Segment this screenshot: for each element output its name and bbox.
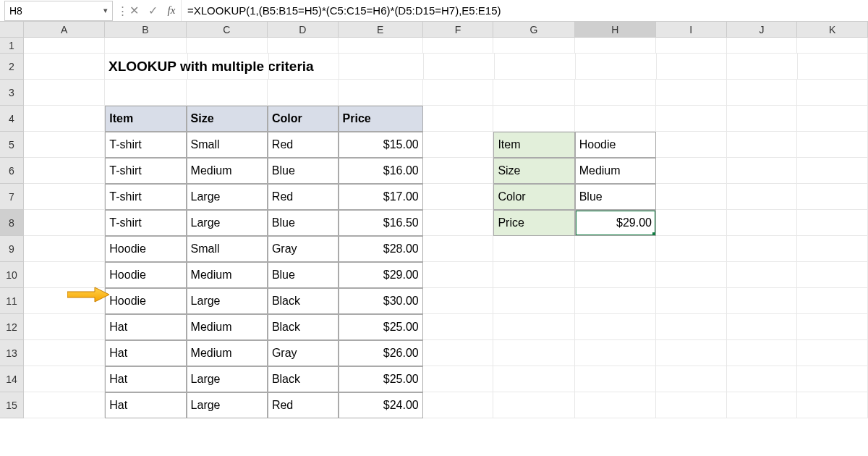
cell-H10[interactable]: [575, 262, 656, 288]
cell-A12[interactable]: [24, 314, 105, 340]
cell-A9[interactable]: [24, 236, 105, 262]
cell-grid[interactable]: XLOOKUP with multiple criteria: [24, 38, 868, 418]
cell-C2[interactable]: [188, 54, 269, 80]
cell-K4[interactable]: [797, 106, 868, 132]
select-all-corner[interactable]: [0, 22, 24, 38]
fill-handle[interactable]: [652, 232, 656, 236]
cell-B5[interactable]: T-shirt: [105, 132, 186, 158]
row-header-15[interactable]: 15: [0, 392, 24, 418]
cell-K10[interactable]: [797, 262, 868, 288]
row-header-10[interactable]: 10: [0, 262, 24, 288]
cell-D7[interactable]: Red: [268, 184, 339, 210]
row-header-3[interactable]: 3: [0, 80, 24, 106]
cell-H12[interactable]: [575, 314, 656, 340]
cell-F8[interactable]: [423, 210, 494, 236]
cell-J14[interactable]: [727, 366, 798, 392]
cell-I1[interactable]: [656, 38, 727, 54]
cell-K15[interactable]: [797, 392, 868, 418]
cell-I11[interactable]: [656, 288, 727, 314]
cell-K12[interactable]: [797, 314, 868, 340]
cell-D9[interactable]: Gray: [268, 236, 339, 262]
cell-A5[interactable]: [24, 132, 105, 158]
cell-D2[interactable]: [269, 54, 339, 80]
cell-G1[interactable]: [493, 38, 574, 54]
cell-J1[interactable]: [727, 38, 798, 54]
cell-C11[interactable]: Large: [187, 288, 268, 314]
cell-C8[interactable]: Large: [187, 210, 268, 236]
cell-C5[interactable]: Small: [187, 132, 268, 158]
cell-H5[interactable]: Hoodie: [575, 132, 656, 158]
cell-E13[interactable]: $26.00: [339, 340, 423, 366]
cell-E7[interactable]: $17.00: [339, 184, 423, 210]
cancel-icon[interactable]: ✕: [124, 4, 143, 17]
col-header-K[interactable]: K: [797, 22, 868, 38]
cell-K6[interactable]: [797, 158, 868, 184]
cell-A13[interactable]: [24, 340, 105, 366]
cell-B14[interactable]: Hat: [105, 366, 186, 392]
cell-F9[interactable]: [423, 236, 494, 262]
cell-G14[interactable]: [493, 366, 574, 392]
row-header-2[interactable]: 2: [0, 54, 24, 80]
cell-G2[interactable]: [495, 54, 576, 80]
cell-D6[interactable]: Blue: [268, 158, 339, 184]
cell-G10[interactable]: [493, 262, 574, 288]
cell-B10[interactable]: Hoodie: [105, 262, 186, 288]
cell-E15[interactable]: $24.00: [339, 392, 423, 418]
cell-I7[interactable]: [656, 184, 727, 210]
cell-C6[interactable]: Medium: [187, 158, 268, 184]
col-header-C[interactable]: C: [187, 22, 268, 38]
cell-J5[interactable]: [727, 132, 798, 158]
cell-G11[interactable]: [493, 288, 574, 314]
cell-J10[interactable]: [727, 262, 798, 288]
col-header-D[interactable]: D: [268, 22, 339, 38]
cell-J15[interactable]: [727, 392, 798, 418]
cell-I13[interactable]: [656, 340, 727, 366]
cell-G6[interactable]: Size: [493, 158, 574, 184]
cell-C12[interactable]: Medium: [187, 314, 268, 340]
cell-H2[interactable]: [576, 54, 657, 80]
cell-D15[interactable]: Red: [268, 392, 339, 418]
cell-C10[interactable]: Medium: [187, 262, 268, 288]
row-header-14[interactable]: 14: [0, 366, 24, 392]
cell-F11[interactable]: [423, 288, 494, 314]
cell-C13[interactable]: Medium: [187, 340, 268, 366]
cell-J9[interactable]: [727, 236, 798, 262]
cell-D3[interactable]: [268, 80, 339, 106]
cell-E1[interactable]: [339, 38, 423, 54]
cell-J11[interactable]: [727, 288, 798, 314]
cell-H1[interactable]: [575, 38, 656, 54]
cell-B6[interactable]: T-shirt: [105, 158, 186, 184]
cell-I15[interactable]: [656, 392, 727, 418]
cell-G8[interactable]: Price: [493, 210, 574, 236]
cell-J6[interactable]: [727, 158, 798, 184]
cell-K1[interactable]: [797, 38, 868, 54]
row-header-13[interactable]: 13: [0, 340, 24, 366]
row-header-7[interactable]: 7: [0, 184, 24, 210]
cell-B7[interactable]: T-shirt: [105, 184, 186, 210]
cell-E12[interactable]: $25.00: [339, 314, 423, 340]
cell-A7[interactable]: [24, 184, 105, 210]
cell-F12[interactable]: [423, 314, 494, 340]
cell-A15[interactable]: [24, 392, 105, 418]
cell-E8[interactable]: $16.50: [339, 210, 423, 236]
cell-D14[interactable]: Black: [268, 366, 339, 392]
name-box[interactable]: H8 ▾: [4, 1, 113, 21]
cell-H7[interactable]: Blue: [575, 184, 656, 210]
cell-F10[interactable]: [423, 262, 494, 288]
cell-C9[interactable]: Small: [187, 236, 268, 262]
cell-G5[interactable]: Item: [493, 132, 574, 158]
cell-G3[interactable]: [493, 80, 574, 106]
cell-J2[interactable]: [727, 54, 797, 80]
col-header-I[interactable]: I: [656, 22, 727, 38]
cell-F14[interactable]: [423, 366, 494, 392]
cell-A8[interactable]: [24, 210, 105, 236]
cell-F13[interactable]: [423, 340, 494, 366]
cell-A10[interactable]: [24, 262, 105, 288]
cell-H14[interactable]: [575, 366, 656, 392]
cell-B3[interactable]: [105, 80, 186, 106]
cell-B12[interactable]: Hat: [105, 314, 186, 340]
row-header-1[interactable]: 1: [0, 38, 24, 54]
cell-D4[interactable]: Color: [268, 106, 339, 132]
cell-D11[interactable]: Black: [268, 288, 339, 314]
cell-K3[interactable]: [797, 80, 868, 106]
